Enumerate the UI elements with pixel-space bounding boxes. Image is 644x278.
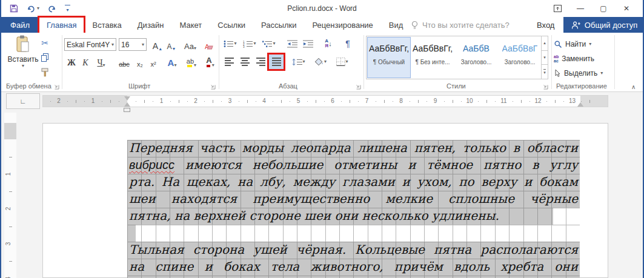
styles-scroll-up-button[interactable]: ▴ — [542, 36, 548, 51]
select-button[interactable]: Выделить ▾ — [554, 67, 603, 80]
text-line[interactable] — [127, 276, 580, 278]
clear-formatting-button[interactable]: A — [204, 38, 216, 51]
chevron-down-icon[interactable]: ▾ — [212, 63, 214, 68]
hanging-indent-marker[interactable] — [124, 102, 130, 107]
right-indent-marker[interactable] — [577, 102, 583, 107]
text-line[interactable]: вибрисс имеются небольшие отметины и тём… — [127, 157, 580, 174]
paste-button[interactable]: Вставить ▾ — [8, 35, 38, 81]
tab-layout[interactable]: Макет — [172, 17, 210, 33]
chevron-down-icon[interactable]: ▾ — [253, 41, 256, 46]
grow-font-button[interactable]: А▲ — [151, 38, 164, 51]
text-highlight-button[interactable]: ab ▾ — [183, 55, 200, 68]
align-left-button[interactable] — [222, 55, 236, 69]
styles-dialog-launcher[interactable] — [542, 84, 548, 90]
multilevel-list-button[interactable]: ▾ — [262, 36, 276, 51]
sort-button[interactable]: А Я ↓ — [321, 36, 336, 51]
sign-in-link[interactable]: Вход — [537, 17, 554, 33]
horizontal-ruler[interactable]: 2112345678910111213 — [42, 95, 608, 107]
chevron-down-icon[interactable]: ▾ — [345, 59, 348, 64]
chevron-down-icon[interactable]: ▾ — [103, 63, 105, 68]
change-case-button[interactable]: Аа▾ — [182, 38, 199, 51]
chevron-down-icon[interactable]: ▾ — [142, 42, 144, 47]
shrink-font-button[interactable]: А▼ — [166, 38, 177, 51]
find-button[interactable]: Найти ▾ — [554, 38, 591, 51]
shading-button[interactable]: ▾ — [311, 55, 330, 69]
tab-file[interactable]: Файл — [1, 17, 39, 33]
styles-more-button[interactable]: ▾ — [542, 65, 548, 79]
redo-button[interactable] — [48, 5, 56, 13]
decrease-indent-button[interactable] — [285, 36, 299, 51]
copy-button[interactable] — [38, 51, 52, 64]
chevron-down-icon[interactable]: ▾ — [589, 42, 591, 47]
numbering-button[interactable]: 123 ▾ — [242, 36, 257, 51]
text-line[interactable]: пятна, на верхней стороне шеи они нескол… — [127, 208, 580, 225]
paragraph-dialog-launcher[interactable] — [355, 84, 361, 90]
tab-mailings[interactable]: Рассылки — [253, 17, 304, 33]
show-paragraph-marks-button[interactable]: ¶ — [340, 36, 355, 51]
chevron-down-icon[interactable]: ▾ — [600, 71, 603, 76]
tab-review[interactable]: Рецензирование — [304, 17, 380, 33]
line-spacing-button[interactable]: ▾ — [290, 55, 308, 69]
vertical-ruler[interactable]: 1234 — [4, 113, 16, 278]
style-normal[interactable]: АаБбВвГг, ¶ Обычный — [368, 38, 410, 78]
text-grid-area[interactable]: Передняя часть морды леопарда лишена пят… — [127, 140, 580, 278]
style-heading2[interactable]: АаБбВвГ Заголово... — [499, 38, 541, 78]
style-no-spacing[interactable]: АаБбВвГг, ¶ Без инте... — [411, 38, 454, 78]
bullets-button[interactable]: ▾ — [223, 36, 237, 51]
clipboard-dialog-launcher[interactable] — [53, 84, 59, 90]
increase-indent-button[interactable] — [300, 36, 315, 51]
bold-button[interactable]: Ж — [67, 55, 76, 68]
customize-qat-button[interactable]: ▾ — [65, 5, 70, 13]
font-color-button[interactable]: А ▾ — [202, 55, 218, 68]
align-center-button[interactable] — [237, 55, 252, 69]
font-dialog-launcher[interactable] — [210, 84, 216, 90]
styles-scroll-down-button[interactable]: ▾ — [542, 51, 548, 65]
font-size-combobox[interactable]: 16 ▾ — [119, 38, 147, 51]
paste-dropdown-icon[interactable]: ▾ — [22, 64, 24, 68]
style-heading1[interactable]: АаБбВ Заголово... — [455, 38, 497, 78]
minimize-button[interactable]: — — [569, 0, 592, 17]
subscript-button[interactable]: x₂ — [134, 55, 145, 68]
tab-view[interactable]: Вид — [381, 17, 411, 33]
chevron-down-icon[interactable]: ▾ — [324, 59, 327, 64]
borders-button[interactable]: ▾ — [333, 55, 351, 69]
empty-line[interactable] — [127, 225, 580, 242]
justify-button[interactable] — [269, 55, 284, 69]
text-line[interactable]: Тыльная сторона ушей чёрная. Кольцевые п… — [127, 242, 580, 259]
text-line[interactable]: Передняя часть морды леопарда лишена пят… — [127, 140, 580, 157]
superscript-button[interactable]: x² — [148, 55, 159, 68]
undo-button[interactable]: ▾ — [27, 5, 39, 13]
chevron-down-icon[interactable]: ▾ — [194, 63, 196, 68]
tell-me-search[interactable]: Что вы хотите сделать? — [411, 17, 510, 33]
replace-button[interactable]: abac Заменить — [554, 52, 594, 65]
chevron-down-icon[interactable]: ▾ — [234, 41, 236, 46]
undo-dropdown-icon[interactable]: ▾ — [37, 6, 39, 11]
strikethrough-button[interactable]: abc — [116, 55, 132, 68]
text-line[interactable]: рта. На щеках, на лбу, между глазами и у… — [127, 174, 580, 191]
close-button[interactable]: ✕ — [615, 0, 638, 17]
italic-button[interactable]: К — [81, 55, 90, 68]
tab-design[interactable]: Дизайн — [130, 17, 172, 33]
chevron-down-icon[interactable]: ▾ — [174, 63, 176, 68]
tab-references[interactable]: Ссылки — [210, 17, 253, 33]
collapse-ribbon-button[interactable]: ∧ — [631, 84, 636, 90]
document-page[interactable]: Передняя часть морды леопарда лишена пят… — [42, 123, 608, 278]
first-line-indent-marker[interactable] — [124, 96, 130, 101]
font-name-combobox[interactable]: Eskal Font4Y ▾ — [64, 38, 116, 51]
left-indent-marker[interactable] — [124, 108, 130, 112]
tab-home[interactable]: Главная — [39, 17, 84, 33]
align-right-button[interactable] — [253, 55, 268, 69]
tab-stop-selector[interactable]: ∟ — [6, 93, 40, 109]
text-effects-button[interactable]: А ▾ — [164, 55, 181, 68]
chevron-down-icon[interactable]: ▾ — [273, 41, 275, 46]
underline-button[interactable]: Ч ▾ — [93, 55, 109, 68]
cut-button[interactable]: ✂ — [38, 36, 52, 50]
format-painter-button[interactable] — [38, 65, 52, 79]
text-line[interactable]: шеи находятся преимущественно мелкие спл… — [127, 191, 580, 208]
save-button[interactable] — [10, 4, 18, 13]
share-button[interactable]: Общий доступ — [563, 17, 644, 33]
text-line[interactable]: на спине и боках тела животного, причём … — [127, 259, 580, 276]
ribbon-display-options-button[interactable] — [546, 0, 569, 17]
chevron-down-icon[interactable]: ▾ — [111, 42, 114, 47]
maximize-button[interactable]: ▢ — [592, 0, 615, 17]
